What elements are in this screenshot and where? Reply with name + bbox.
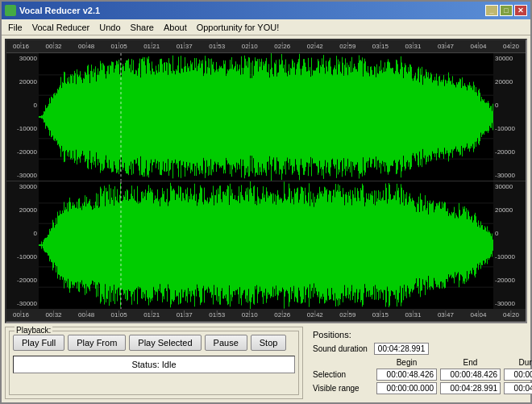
y-axis-left-1: 30000200000-10000-20000-30000 <box>6 53 39 181</box>
title-bar-text: Vocal Reducer v2.1 <box>5 5 100 16</box>
positions-header-row: Begin End Duration <box>376 358 532 367</box>
waveform-panel-2[interactable]: 30000200000-10000-20000-30000 3000020000… <box>6 181 526 309</box>
close-button[interactable]: ✕ <box>514 5 527 16</box>
y-axis-left-2: 30000200000-10000-20000-30000 <box>6 181 39 309</box>
main-content: 00:1600:3200:4801:0501:2101:3701:5302:10… <box>2 35 530 402</box>
maximize-button[interactable]: □ <box>500 5 513 16</box>
waveform-container[interactable]: 00:1600:3200:4801:0501:2101:3701:5302:10… <box>5 39 527 323</box>
header-duration: Duration <box>504 358 532 367</box>
visible-range-end: 00:04:28.991 <box>440 382 501 394</box>
waveform-panel-1[interactable]: 30000200000-10000-20000-30000 3000020000… <box>6 53 526 181</box>
menu-file[interactable]: File <box>3 21 27 34</box>
menu-bar: File Vocal Reducer Undo Share About Oppo… <box>2 19 530 35</box>
sound-duration-label: Sound duration <box>313 344 368 353</box>
selection-row: Selection 00:00:48.426 00:00:48.426 00:0… <box>313 369 532 381</box>
play-from-button[interactable]: Play From <box>68 335 126 351</box>
status-display: Status: Idle <box>13 356 295 373</box>
timeline-bottom: 00:1600:3200:4801:0501:2101:3701:5302:10… <box>6 309 526 322</box>
selection-duration: 00:00:00.000 <box>504 369 532 381</box>
waveform-canvas-2 <box>39 181 493 309</box>
waveform-panels: 30000200000-10000-20000-30000 3000020000… <box>6 53 526 309</box>
window-title: Vocal Reducer v2.1 <box>19 6 100 15</box>
visible-range-duration: 00:04:28.991 <box>504 382 532 394</box>
positions-title: Positions: <box>313 330 532 339</box>
menu-share[interactable]: Share <box>126 21 159 34</box>
main-window: Vocal Reducer v2.1 _ □ ✕ File Vocal Redu… <box>0 0 532 404</box>
header-begin: Begin <box>376 358 437 367</box>
visible-range-label: Visible range <box>313 384 373 393</box>
minimize-button[interactable]: _ <box>485 5 498 16</box>
playback-box: Playback: Play Full Play From Play Selec… <box>5 327 303 399</box>
playback-legend: Playback: <box>15 326 52 335</box>
timeline-top: 00:1600:3200:4801:0501:2101:3701:5302:10… <box>6 40 526 53</box>
playback-buttons: Play Full Play From Play Selected Pause … <box>13 335 295 351</box>
selection-label: Selection <box>313 370 373 379</box>
visible-range-begin: 00:00:00.000 <box>376 382 437 394</box>
menu-about[interactable]: About <box>159 21 192 34</box>
y-axis-right-2: 30000200000-10000-20000-30000 <box>493 181 526 309</box>
stop-button[interactable]: Stop <box>251 335 287 351</box>
play-selected-button[interactable]: Play Selected <box>129 335 201 351</box>
visible-range-row: Visible range 00:00:00.000 00:04:28.991 … <box>313 382 532 394</box>
menu-undo[interactable]: Undo <box>94 21 125 34</box>
y-axis-right-1: 30000200000-10000-20000-30000 <box>493 53 526 181</box>
selection-end: 00:00:48.426 <box>440 369 501 381</box>
sound-duration-value: 00:04:28.991 <box>374 343 429 355</box>
menu-vocal-reducer[interactable]: Vocal Reducer <box>27 21 95 34</box>
pause-button[interactable]: Pause <box>205 335 247 351</box>
controls-area: Playback: Play Full Play From Play Selec… <box>5 327 527 399</box>
selection-begin: 00:00:48.426 <box>376 369 437 381</box>
title-bar-controls: _ □ ✕ <box>485 5 527 16</box>
positions-box: Positions: Sound duration 00:04:28.991 B… <box>310 327 532 399</box>
menu-opportunity[interactable]: Opportunity for YOU! <box>192 21 285 34</box>
title-bar: Vocal Reducer v2.1 _ □ ✕ <box>2 2 530 19</box>
header-end: End <box>440 358 501 367</box>
app-icon <box>5 5 16 16</box>
play-full-button[interactable]: Play Full <box>13 335 64 351</box>
waveform-canvas-1 <box>39 53 493 181</box>
sound-duration-row: Sound duration 00:04:28.991 <box>313 343 532 355</box>
